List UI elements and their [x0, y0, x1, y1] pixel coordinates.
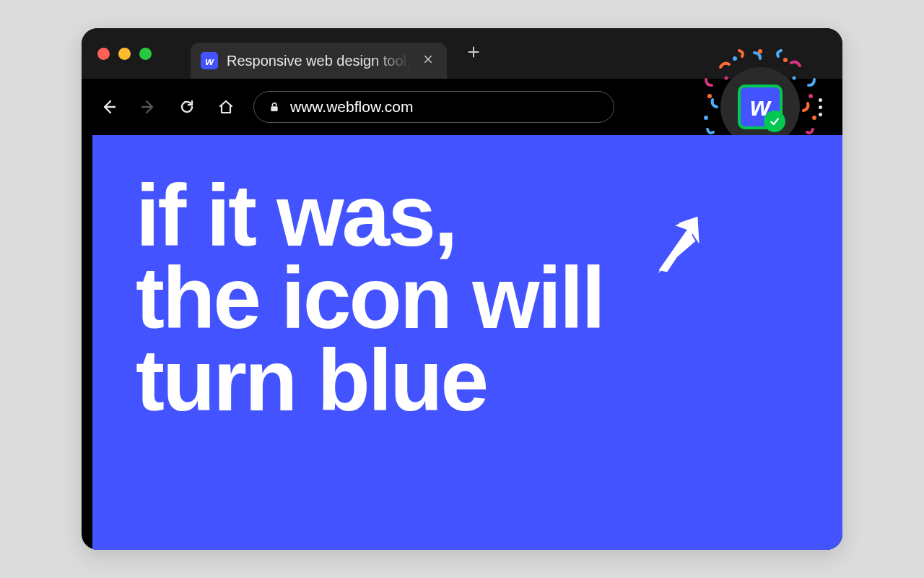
tab-title: Responsive web design tool, C — [227, 53, 411, 69]
forward-button[interactable] — [136, 95, 160, 118]
lock-icon — [269, 100, 280, 113]
svg-point-4 — [808, 94, 813, 98]
dot-icon — [819, 98, 822, 102]
svg-rect-0 — [271, 106, 277, 111]
arrow-left-icon — [100, 98, 118, 116]
close-window-button[interactable] — [97, 48, 110, 60]
url-text: www.webflow.com — [290, 98, 413, 116]
toolbar-right: w — [720, 82, 827, 132]
minimize-window-button[interactable] — [118, 48, 131, 60]
arrow-right-icon — [139, 98, 157, 116]
cursor-pointer-graphic — [632, 198, 725, 293]
plus-icon — [466, 44, 481, 60]
reload-button[interactable] — [175, 95, 199, 118]
browser-menu-button[interactable] — [814, 94, 827, 121]
tab-favicon: w — [201, 52, 218, 69]
back-button[interactable] — [97, 95, 121, 118]
toolbar: www.webflow.com — [82, 79, 842, 135]
home-button[interactable] — [214, 95, 237, 118]
close-icon — [422, 53, 434, 65]
page-content: if it was, the icon will turn blue — [92, 135, 842, 550]
close-tab-button[interactable] — [419, 52, 437, 70]
svg-point-10 — [704, 116, 708, 120]
home-icon — [217, 98, 235, 116]
browser-tab[interactable]: w Responsive web design tool, C — [191, 43, 447, 79]
dot-icon — [819, 113, 822, 116]
webflow-extension-icon: w — [738, 85, 783, 129]
check-icon — [769, 116, 780, 127]
window-controls — [97, 48, 152, 60]
cursor-arrow-icon — [632, 198, 724, 290]
dot-icon — [819, 105, 822, 109]
new-tab-button[interactable] — [457, 38, 490, 69]
checkmark-badge — [764, 111, 785, 132]
svg-point-3 — [707, 94, 712, 98]
tab-strip: w Responsive web design tool, C — [82, 28, 842, 79]
reload-icon — [178, 98, 196, 116]
maximize-window-button[interactable] — [139, 48, 152, 60]
browser-window: w Responsive web design tool, C — [82, 28, 842, 550]
address-bar[interactable]: www.webflow.com — [253, 91, 614, 123]
